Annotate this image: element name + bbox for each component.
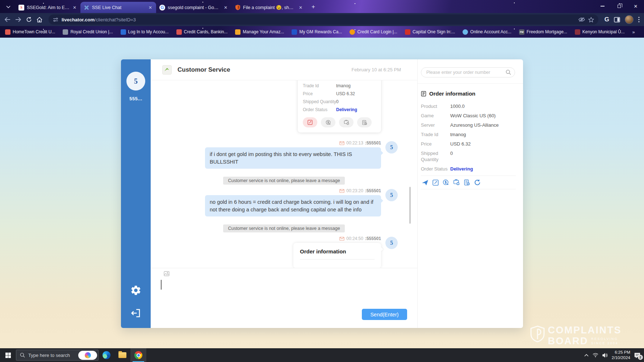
reload-icon[interactable] <box>26 17 32 22</box>
livechat-app-window: 5 555... Customor Service February 10 at… <box>121 59 523 328</box>
bookmark-item[interactable]: Log In to My Accou... <box>121 29 169 35</box>
order-search <box>421 67 515 77</box>
send-plane-icon[interactable] <box>422 180 428 186</box>
eye-off-icon[interactable] <box>578 17 585 22</box>
bookmark-item[interactable]: Manage Your Amaz... <box>235 29 284 35</box>
close-button[interactable]: ✕ <box>627 0 644 12</box>
restore-button[interactable] <box>611 0 627 12</box>
order-log-icon[interactable] <box>464 179 470 186</box>
url-text: livechator.com/clientchat?siteID=3 <box>62 17 575 22</box>
chat-scrollbar[interactable] <box>409 187 411 224</box>
settings-gear-icon[interactable] <box>130 285 142 296</box>
message-meta: 00:23:20 :555501 <box>339 188 381 193</box>
bookmark-item[interactable]: Capital One Sign In:... <box>405 29 455 35</box>
tab-file-complaint[interactable]: File a complaint 😉, share your ✕ <box>231 2 306 13</box>
bookmark-item[interactable]: FMFreedom Mortgage... <box>519 29 567 35</box>
menu-kebab-icon[interactable] <box>638 17 640 22</box>
order-fields: Product1000.0 GameWoW Classic US (60) Se… <box>421 103 516 172</box>
notification-center[interactable]: 2 <box>634 353 640 358</box>
message-user-id: :555501 <box>365 188 381 193</box>
forward-icon[interactable] <box>15 17 21 22</box>
taskbar-chrome-active[interactable] <box>130 348 146 362</box>
bookmark-item[interactable]: Online Account Acc... <box>463 29 511 35</box>
logout-icon[interactable] <box>130 308 141 319</box>
site-info-icon[interactable] <box>53 17 58 22</box>
price-dollar-icon[interactable] <box>443 179 449 186</box>
message: 00:23:20 :555501 no gold in 6 hours = cr… <box>151 188 417 216</box>
bookmark-item[interactable]: Kenyon Municipal U... <box>575 29 625 35</box>
chrome-icon <box>134 351 142 359</box>
message-time: 00:22:13 <box>346 140 363 146</box>
url-bar[interactable]: livechator.com/clientchat?siteID=3 <box>49 14 598 25</box>
message-composer[interactable]: Send(Enter) <box>151 268 417 328</box>
bookmark-star-icon[interactable] <box>588 17 594 22</box>
windows-taskbar: Type here to search 6:25 PM 2/10/2024 2 <box>0 348 644 362</box>
edit-order-icon[interactable] <box>432 180 439 186</box>
notify-clipboard-icon[interactable] <box>453 179 460 186</box>
tab-search-chevron-icon[interactable] <box>4 2 13 12</box>
wifi-icon[interactable] <box>593 353 598 357</box>
attach-image-icon[interactable] <box>164 271 170 276</box>
taskbar-clock[interactable]: 6:25 PM 2/10/2024 <box>612 350 630 361</box>
edit-order-button[interactable] <box>303 117 317 127</box>
message: 00:24:50 :555501 Order information 5 <box>151 236 417 268</box>
watermark-line1: COMPLAINTS <box>548 325 622 335</box>
bookmark-favicon <box>176 29 182 35</box>
bookmark-item[interactable]: Credit Cards, Bankin... <box>176 29 228 35</box>
order-information-bubble: Order information <box>293 243 381 268</box>
message-list[interactable]: ServerAzuresong US-Alliance Trade Idtman… <box>151 80 417 268</box>
tab-sse-live-chat-active[interactable]: SSE Live Chat ✕ <box>80 2 156 13</box>
new-tab-button[interactable]: + <box>309 2 318 12</box>
envelope-icon <box>339 189 344 193</box>
bookmark-favicon <box>575 29 580 35</box>
tab-label: SSEGold: Aim to Empower Your <box>27 5 70 10</box>
chat-header: Customor Service February 10 at 6:25 PM <box>151 59 417 80</box>
taskbar-search-placeholder: Type here to search <box>28 353 70 358</box>
tray-chevron-icon[interactable] <box>584 354 589 357</box>
message: 00:22:13 :555501 if i dont get gold im p… <box>151 140 417 169</box>
message-user-id: :555501 <box>365 140 381 146</box>
tab-close-icon[interactable]: ✕ <box>223 5 228 10</box>
minimize-button[interactable] <box>594 0 611 12</box>
watermark-line2: BOARD <box>548 336 589 346</box>
bookmark-item[interactable]: Credit Card Login |... <box>350 29 397 35</box>
home-icon[interactable] <box>37 17 42 22</box>
tab-close-icon[interactable]: ✕ <box>72 5 77 10</box>
taskbar-file-explorer[interactable] <box>114 348 130 362</box>
bookmark-item[interactable]: My GM Rewards Ca... <box>292 29 342 35</box>
browser-toolbar: livechator.com/clientchat?siteID=3 G <box>0 13 644 26</box>
copilot-button[interactable] <box>78 351 97 360</box>
start-button[interactable] <box>0 353 16 358</box>
bookmark-favicon <box>63 29 68 35</box>
bookmark-favicon <box>405 29 410 35</box>
tab-label: ssegold complaint - Google Se <box>168 5 221 10</box>
message-meta: 00:24:50 :555501 <box>339 236 381 241</box>
tab-label: SSE Live Chat <box>92 5 145 10</box>
bookmarks-overflow-chevron-icon[interactable]: » <box>632 29 635 35</box>
back-icon[interactable] <box>4 17 11 22</box>
bookmark-favicon <box>121 29 126 35</box>
order-log-button[interactable] <box>357 117 372 127</box>
bookmark-item[interactable]: HomeTown Credit U... <box>5 29 55 35</box>
profile-avatar[interactable] <box>625 15 633 24</box>
tab-close-icon[interactable]: ✕ <box>148 5 153 10</box>
google-profile-icon[interactable]: G <box>605 16 609 23</box>
side-panel-icon[interactable] <box>614 17 620 22</box>
volume-icon[interactable] <box>602 353 608 358</box>
message-avatar-badge: 5 <box>385 237 398 249</box>
search-icon[interactable] <box>506 70 511 75</box>
send-button[interactable]: Send(Enter) <box>362 309 407 320</box>
tab-google-search[interactable]: G ssegold complaint - Google Se ✕ <box>156 2 231 13</box>
price-dollar-button[interactable] <box>321 117 335 127</box>
order-number-input[interactable] <box>421 67 515 77</box>
order-card-actions <box>303 117 377 127</box>
tab-ssegold[interactable]: S SSEGold: Aim to Empower Your ✕ <box>15 2 80 13</box>
notify-clipboard-button[interactable] <box>339 117 354 127</box>
taskbar-edge[interactable] <box>99 348 114 362</box>
tab-close-icon[interactable]: ✕ <box>298 5 303 10</box>
bookmark-item[interactable]: Royal Credit Union |... <box>63 29 113 35</box>
notification-count-badge: 2 <box>638 355 643 360</box>
refresh-icon[interactable] <box>474 179 481 186</box>
taskbar-search-box[interactable]: Type here to search <box>16 350 99 361</box>
bookmark-favicon <box>292 29 297 35</box>
